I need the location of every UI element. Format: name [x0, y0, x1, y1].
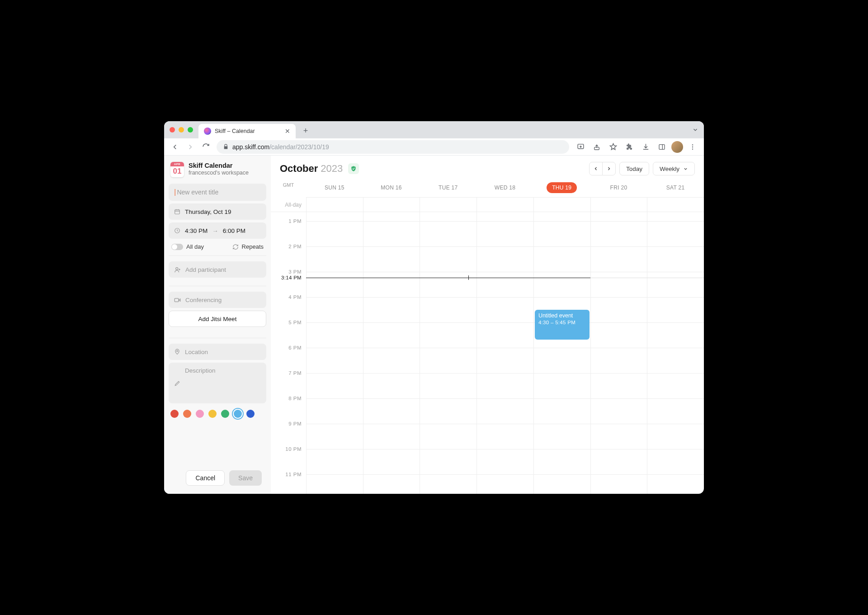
event-time-field[interactable]: 4:30 PM → 6:00 PM	[169, 222, 266, 239]
day-header[interactable]: WED 18	[476, 180, 533, 197]
add-jitsi-button[interactable]: Add Jitsi Meet	[169, 311, 266, 327]
close-tab-button[interactable]: ✕	[285, 128, 290, 135]
day-column[interactable]	[476, 212, 533, 494]
url-host: app.skiff.com	[232, 143, 269, 151]
participant-field[interactable]: Add participant	[169, 261, 266, 278]
urlbar: app.skiff.com/calendar/2023/10/19	[164, 138, 704, 156]
location-field[interactable]: Location	[169, 344, 266, 360]
all-day-toggle[interactable]: All day	[171, 243, 204, 250]
cursor-icon: |	[174, 188, 176, 197]
cancel-button[interactable]: Cancel	[186, 470, 225, 486]
tabs-overflow-button[interactable]	[692, 127, 698, 133]
color-option[interactable]	[221, 410, 229, 418]
calendar-app-icon: APR 01	[170, 162, 184, 177]
calendar-grid[interactable]: 1 PM2 PM3 PM4 PM5 PM6 PM7 PM8 PM9 PM10 P…	[271, 212, 704, 494]
conferencing-field[interactable]: Conferencing	[169, 292, 266, 308]
lock-icon	[223, 144, 229, 150]
shield-icon[interactable]	[348, 163, 359, 174]
repeats-button[interactable]: Repeats	[232, 243, 264, 250]
day-header[interactable]: SAT 21	[647, 180, 704, 197]
color-option[interactable]	[234, 410, 242, 418]
menu-icon[interactable]	[686, 140, 699, 154]
calendar-header: October 2023 Today Weekly	[271, 156, 704, 180]
color-option[interactable]	[196, 410, 204, 418]
all-day-cell[interactable]	[420, 198, 476, 212]
calendar-main: October 2023 Today Weekly GMT	[271, 156, 704, 494]
all-day-cell[interactable]	[590, 198, 647, 212]
day-column[interactable]	[647, 212, 704, 494]
url-path: /calendar/2023/10/19	[269, 143, 329, 151]
today-button[interactable]: Today	[619, 162, 649, 175]
share-icon[interactable]	[590, 140, 604, 154]
all-day-cell[interactable]	[363, 198, 420, 212]
day-header[interactable]: TUE 17	[420, 180, 476, 197]
sidepanel-icon[interactable]	[655, 140, 669, 154]
event-date-value: Thursday, Oct 19	[185, 208, 231, 215]
hour-label: 5 PM	[288, 320, 302, 325]
save-button[interactable]: Save	[229, 470, 262, 486]
description-field[interactable]: Description	[169, 363, 266, 403]
day-column[interactable]	[420, 212, 476, 494]
all-day-cell[interactable]	[647, 198, 704, 212]
color-option[interactable]	[208, 410, 217, 418]
grid-columns: Untitled event4:30 – 5:45 PM	[306, 212, 704, 494]
end-time[interactable]: 6:00 PM	[223, 227, 245, 234]
workspace-header[interactable]: APR 01 Skiff Calendar francescod's works…	[169, 162, 266, 177]
toolbar-right	[574, 140, 699, 154]
hour-label: 1 PM	[288, 218, 302, 224]
profile-avatar[interactable]	[671, 141, 683, 153]
day-column[interactable]: Untitled event4:30 – 5:45 PM	[533, 212, 590, 494]
svg-rect-7	[175, 210, 180, 214]
address-bar[interactable]: app.skiff.com/calendar/2023/10/19	[217, 140, 569, 154]
hour-label: 10 PM	[285, 446, 302, 452]
hour-label: 11 PM	[285, 472, 302, 477]
extensions-icon[interactable]	[623, 140, 636, 154]
maximize-window-button[interactable]	[188, 127, 193, 132]
next-week-button[interactable]	[602, 162, 616, 175]
color-option[interactable]	[170, 410, 179, 418]
content: APR 01 Skiff Calendar francescod's works…	[164, 156, 704, 494]
minimize-window-button[interactable]	[179, 127, 184, 132]
all-day-cell[interactable]	[533, 198, 590, 212]
day-column[interactable]	[590, 212, 647, 494]
color-option[interactable]	[183, 410, 191, 418]
day-column[interactable]	[306, 212, 363, 494]
time-column: 1 PM2 PM3 PM4 PM5 PM6 PM7 PM8 PM9 PM10 P…	[271, 212, 306, 494]
event-time: 4:30 – 5:45 PM	[538, 320, 586, 325]
event-title-input[interactable]: |	[169, 184, 266, 201]
location-icon	[174, 349, 180, 355]
browser-window: Skiff – Calendar ✕ + app.skiff.com/calen…	[164, 121, 704, 494]
all-day-cell[interactable]	[306, 198, 363, 212]
event-options-row: All day Repeats	[169, 243, 266, 256]
sidebar-footer: Cancel Save	[169, 463, 266, 494]
day-column[interactable]	[363, 212, 420, 494]
back-button[interactable]	[169, 141, 181, 153]
new-tab-button[interactable]: +	[299, 124, 312, 137]
day-header[interactable]: THU 19	[533, 180, 590, 197]
reload-button[interactable]	[199, 141, 212, 153]
hour-label: 2 PM	[288, 244, 302, 249]
forward-button[interactable]	[184, 141, 197, 153]
bookmark-icon[interactable]	[606, 140, 620, 154]
color-option[interactable]	[246, 410, 255, 418]
browser-tab[interactable]: Skiff – Calendar ✕	[198, 124, 296, 138]
day-header[interactable]: SUN 15	[306, 180, 363, 197]
view-selector[interactable]: Weekly	[653, 162, 695, 175]
downloads-icon[interactable]	[639, 140, 652, 154]
day-header[interactable]: MON 16	[363, 180, 420, 197]
all-day-cell[interactable]	[476, 198, 533, 212]
install-app-icon[interactable]	[574, 140, 587, 154]
repeat-icon	[232, 244, 239, 250]
start-time[interactable]: 4:30 PM	[185, 227, 208, 234]
event-date-field[interactable]: Thursday, Oct 19	[169, 203, 266, 220]
calendar-event[interactable]: Untitled event4:30 – 5:45 PM	[535, 310, 590, 340]
traffic-lights	[170, 127, 193, 132]
prev-week-button[interactable]	[589, 162, 603, 175]
timezone-label: GMT	[271, 180, 306, 198]
now-time-label: 3:14 PM	[281, 275, 302, 280]
chevron-down-icon	[683, 166, 688, 171]
hour-label: 7 PM	[288, 370, 302, 376]
close-window-button[interactable]	[170, 127, 175, 132]
hour-label: 6 PM	[288, 345, 302, 350]
day-header[interactable]: FRI 20	[590, 180, 647, 197]
